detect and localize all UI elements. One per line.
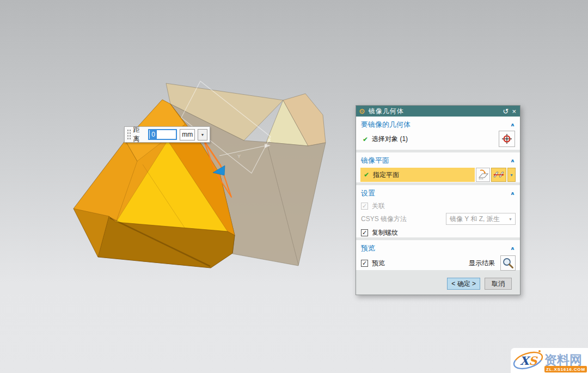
section-mirror-geometry: 要镜像的几何体 ∧ ✔ 选择对象 (1) bbox=[356, 117, 520, 150]
preview-row: ✓ 预览 显示结果 bbox=[360, 255, 516, 271]
mirror-plane-option-button[interactable] bbox=[491, 168, 506, 182]
csys-method-select[interactable]: 镜像 Y 和 Z, 派生 ▼ bbox=[446, 213, 516, 225]
close-button[interactable]: × bbox=[512, 108, 516, 115]
distance-label: 距离 bbox=[133, 125, 146, 144]
section-title: 设置 bbox=[361, 188, 375, 198]
ok-button[interactable]: < 确定 > bbox=[447, 278, 480, 290]
preview-checkbox[interactable]: ✓ bbox=[361, 260, 368, 267]
distance-unit-dropdown[interactable]: ▼ bbox=[198, 129, 207, 140]
mirror-geometry-dialog: ⚙ 镜像几何体 ↺ × 要镜像的几何体 ∧ ✔ 选择对象 (1) bbox=[356, 105, 520, 295]
logo-text: XS bbox=[520, 354, 538, 368]
crosshair-target-icon bbox=[500, 132, 513, 145]
point-dialog-button[interactable] bbox=[499, 131, 515, 147]
check-icon: ✔ bbox=[364, 171, 369, 179]
section-header-settings[interactable]: 设置 ∧ bbox=[360, 186, 516, 199]
section-preview: 预览 ∧ ✓ 预览 显示结果 bbox=[356, 240, 520, 270]
show-result-label: 显示结果 bbox=[469, 259, 495, 268]
collapse-chevron-icon[interactable]: ∧ bbox=[510, 158, 515, 163]
collapse-chevron-icon[interactable]: ∧ bbox=[510, 122, 515, 127]
copy-thread-row: ✓ 复制螺纹 bbox=[360, 227, 516, 238]
dialog-title: 镜像几何体 bbox=[369, 107, 500, 116]
chevron-down-icon: ▼ bbox=[509, 217, 512, 221]
section-title: 要镜像的几何体 bbox=[361, 120, 411, 130]
magnifier-icon bbox=[502, 257, 514, 269]
collapse-chevron-icon[interactable]: ∧ bbox=[510, 246, 515, 251]
specify-plane-field[interactable]: ✔ 指定平面 bbox=[360, 168, 475, 182]
section-header-mirror-plane[interactable]: 镜像平面 ∧ bbox=[360, 154, 516, 167]
reset-button[interactable]: ↺ bbox=[503, 108, 509, 115]
section-mirror-plane: 镜像平面 ∧ ✔ 指定平面 bbox=[356, 152, 520, 182]
distance-value: 0 bbox=[150, 130, 157, 139]
csys-method-label: CSYS 镜像方法 bbox=[361, 215, 407, 224]
dialog-footer: < 确定 > 取消 bbox=[356, 273, 520, 295]
plane-dialog-icon bbox=[477, 169, 489, 181]
copy-thread-checkbox[interactable]: ✓ bbox=[361, 229, 368, 236]
section-settings: 设置 ∧ ✓ 关联 CSYS 镜像方法 镜像 Y 和 Z, 派生 ▼ ✓ bbox=[356, 185, 520, 237]
show-result-button[interactable] bbox=[500, 255, 516, 271]
associative-checkbox: ✓ bbox=[361, 203, 368, 210]
select-object-label: 选择对象 (1) bbox=[372, 134, 408, 144]
distance-unit-field[interactable]: mm bbox=[180, 129, 195, 140]
section-header-mirror-geometry[interactable]: 要镜像的几何体 ∧ bbox=[360, 118, 516, 131]
plane-dialog-button[interactable] bbox=[476, 168, 490, 182]
mirror-plane-icon bbox=[493, 169, 505, 181]
copy-thread-label: 复制螺纹 bbox=[372, 228, 398, 237]
dialog-titlebar[interactable]: ⚙ 镜像几何体 ↺ × bbox=[356, 106, 520, 117]
watermark-site-url: ZL.XS1616.COM bbox=[546, 367, 585, 372]
chevron-down-icon: ▼ bbox=[201, 133, 205, 137]
gear-icon: ⚙ bbox=[359, 108, 365, 115]
specify-plane-label: 指定平面 bbox=[373, 170, 399, 180]
checkmark-icon: ✓ bbox=[362, 203, 367, 210]
specify-plane-row: ✔ 指定平面 bbox=[360, 168, 516, 182]
check-icon: ✔ bbox=[363, 136, 368, 143]
checkmark-icon: ✓ bbox=[362, 229, 367, 236]
section-title: 预览 bbox=[361, 243, 375, 253]
watermark-site-name: 资料网 bbox=[544, 353, 582, 367]
application-canvas: X Y 距离 0 mm ▼ ⚙ 镜像几何体 ↺ × 要镜像的几何体 ∧ bbox=[0, 0, 588, 373]
drag-handle-icon[interactable] bbox=[126, 129, 131, 140]
watermark: XS 资料网 ZL.XS1616.COM bbox=[511, 348, 588, 373]
select-object-row[interactable]: ✔ 选择对象 (1) bbox=[360, 134, 516, 144]
distance-input-popup: 距离 0 mm ▼ bbox=[124, 126, 210, 143]
checkmark-icon: ✓ bbox=[362, 260, 367, 267]
csys-method-row: CSYS 镜像方法 镜像 Y 和 Z, 派生 ▼ bbox=[360, 212, 516, 226]
plane-options-dropdown[interactable]: ▼ bbox=[507, 168, 516, 182]
distance-input[interactable]: 0 bbox=[148, 129, 177, 140]
csys-method-value: 镜像 Y 和 Z, 派生 bbox=[450, 215, 500, 224]
cancel-button[interactable]: 取消 bbox=[485, 278, 512, 290]
axis-y-label: Y bbox=[237, 154, 241, 159]
axis-x-label: X bbox=[268, 138, 271, 143]
associative-label: 关联 bbox=[372, 201, 385, 211]
chevron-down-icon: ▼ bbox=[510, 173, 513, 177]
preview-label: 预览 bbox=[372, 259, 385, 268]
logo-dot bbox=[538, 350, 541, 352]
section-title: 镜像平面 bbox=[361, 156, 389, 166]
section-header-preview[interactable]: 预览 ∧ bbox=[360, 241, 516, 254]
associative-row: ✓ 关联 bbox=[360, 201, 516, 211]
collapse-chevron-icon[interactable]: ∧ bbox=[510, 191, 515, 196]
